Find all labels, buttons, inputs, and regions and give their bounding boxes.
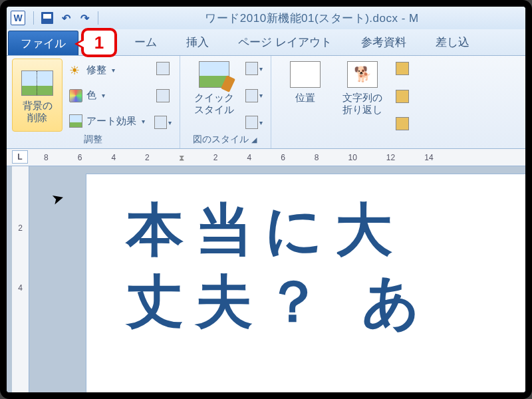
ruler-tick: 8 — [44, 153, 49, 162]
quick-styles-icon — [199, 61, 229, 88]
color-icon — [69, 89, 82, 102]
ruler-tick: 6 — [78, 153, 82, 162]
wrap-text-icon: 🐕 — [347, 61, 378, 88]
send-backward-button[interactable] — [394, 88, 411, 105]
tab-selector[interactable]: L — [12, 150, 28, 164]
compress-pictures-button[interactable] — [154, 60, 172, 77]
tab-insert[interactable]: 挿入 — [172, 29, 223, 55]
group-label-arrange — [277, 134, 414, 147]
position-icon — [290, 61, 321, 88]
corrections-button[interactable]: ☀ 修整▾ — [65, 60, 149, 80]
artistic-effects-icon — [69, 114, 82, 128]
ruler-tick: 8 — [315, 153, 319, 162]
document-text-line[interactable]: 本当に大 — [126, 194, 525, 266]
change-picture-icon — [156, 89, 170, 102]
ruler-tick: 4 — [111, 153, 116, 162]
ruler-vertical[interactable]: 2 4 — [12, 166, 29, 392]
ruler-tick: 6 — [281, 153, 285, 162]
chevron-down-icon: ▾ — [259, 92, 263, 99]
group-arrange: 位置 🐕 文字列の 折り返し — [271, 56, 419, 148]
send-backward-icon — [396, 90, 409, 103]
selection-pane-icon — [396, 117, 409, 130]
reset-picture-button[interactable]: ▾ — [154, 114, 172, 131]
picture-effects-icon — [245, 89, 258, 102]
position-button[interactable]: 位置 — [277, 59, 334, 134]
remove-background-label: 背景の 削除 — [23, 100, 53, 124]
wrap-text-button[interactable]: 🐕 文字列の 折り返し — [334, 59, 391, 134]
tab-file[interactable]: ファイル — [8, 31, 78, 55]
ruler-h-ticks: 8 6 4 2 ⧗ 2 4 6 8 10 12 14 — [37, 153, 525, 162]
tab-home-partial[interactable]: ーム — [120, 29, 172, 55]
reset-picture-icon — [154, 116, 167, 129]
ruler-tick: 14 — [424, 153, 433, 162]
group-adjust: 背景の 削除 ☀ 修整▾ 色▾ アート効果▾ — [7, 56, 180, 148]
save-icon — [41, 12, 53, 24]
redo-button[interactable]: ↷ — [76, 10, 92, 26]
redo-icon: ↷ — [80, 12, 89, 25]
ruler-tick: 10 — [348, 153, 357, 162]
picture-effects-button[interactable]: ▾ — [245, 87, 263, 104]
ruler-tick: 2 — [18, 223, 23, 233]
callout-number: 1 — [94, 33, 104, 53]
dialog-launcher-icon[interactable]: ◢ — [251, 136, 258, 144]
tab-page-layout[interactable]: ページ レイアウト — [223, 29, 346, 55]
color-button[interactable]: 色▾ — [65, 86, 149, 106]
selection-pane-button[interactable] — [394, 115, 411, 132]
bring-forward-button[interactable] — [394, 60, 411, 77]
chevron-down-icon: ▾ — [142, 118, 145, 125]
position-label: 位置 — [295, 92, 315, 104]
ruler-tick: 2 — [213, 153, 218, 162]
artistic-effects-label: アート効果 — [86, 115, 136, 128]
picture-layout-icon — [245, 116, 258, 129]
chevron-down-icon: ▾ — [112, 66, 115, 74]
group-label-picture-styles: 図のスタイル ◢ — [186, 132, 265, 147]
undo-button[interactable]: ↶ — [58, 10, 74, 26]
ruler-tick: 4 — [18, 283, 23, 293]
quick-styles-button[interactable]: クイック スタイル — [186, 59, 243, 132]
picture-border-button[interactable]: ▾ — [245, 60, 263, 77]
remove-background-icon — [21, 70, 53, 96]
tab-mailings[interactable]: 差し込 — [421, 29, 484, 55]
qat-separator — [33, 11, 34, 25]
ribbon: 背景の 削除 ☀ 修整▾ 色▾ アート効果▾ — [7, 56, 525, 149]
adjust-column-2: ▾ — [152, 59, 174, 132]
compress-icon — [156, 62, 170, 75]
callout-badge: 1 — [81, 28, 117, 57]
chevron-down-icon: ▾ — [259, 119, 263, 126]
ruler-marker-icon[interactable]: ⧗ — [179, 153, 184, 162]
qat-separator — [98, 11, 98, 25]
chevron-down-icon: ▾ — [259, 65, 263, 72]
save-button[interactable] — [39, 10, 55, 26]
styles-column: ▾ ▾ ▾ — [243, 59, 265, 132]
word-app-icon: W — [11, 11, 25, 25]
change-picture-button[interactable] — [154, 87, 172, 104]
ruler-tick: 2 — [145, 153, 150, 162]
artistic-effects-button[interactable]: アート効果▾ — [65, 111, 149, 131]
group-label-adjust: 調整 — [12, 132, 174, 147]
document-workspace: L 8 6 4 2 ⧗ 2 4 6 8 10 12 14 — [7, 149, 525, 392]
tab-references[interactable]: 参考資料 — [346, 29, 421, 55]
picture-layout-button[interactable]: ▾ — [245, 114, 263, 131]
bring-forward-icon — [396, 62, 409, 75]
adjust-column-1: ☀ 修整▾ 色▾ アート効果▾ — [63, 59, 152, 132]
group-picture-styles: クイック スタイル ▾ ▾ ▾ 図のスタイル ◢ — [180, 56, 271, 148]
document-text-line[interactable]: 丈夫？ あ — [126, 266, 525, 338]
wrap-text-label: 文字列の 折り返し — [342, 92, 382, 116]
title-bar: W ↶ ↷ ワード2010新機能01(スタート).docx - M — [7, 7, 525, 29]
ruler-horizontal[interactable]: L 8 6 4 2 ⧗ 2 4 6 8 10 12 14 — [7, 149, 525, 166]
brightness-icon: ☀ — [69, 63, 82, 76]
ruler-tick: 12 — [386, 153, 395, 162]
color-label: 色 — [86, 89, 96, 102]
undo-icon: ↶ — [62, 12, 70, 25]
chevron-down-icon: ▾ — [168, 119, 172, 126]
document-page[interactable]: 本当に大 丈夫？ あ — [86, 174, 525, 392]
callout-tail-icon — [74, 39, 84, 49]
quick-styles-label: クイック スタイル — [194, 92, 234, 116]
corrections-label: 修整 — [86, 64, 106, 76]
ribbon-tabs: ファイル 1 ーム 挿入 ページ レイアウト 参考資料 差し込 — [7, 29, 525, 56]
chevron-down-icon: ▾ — [102, 92, 105, 99]
ruler-tick: 4 — [247, 153, 251, 162]
arrange-column — [391, 59, 414, 134]
remove-background-button[interactable]: 背景の 削除 — [12, 59, 63, 132]
window-title: ワード2010新機能01(スタート).docx - M — [102, 11, 521, 26]
